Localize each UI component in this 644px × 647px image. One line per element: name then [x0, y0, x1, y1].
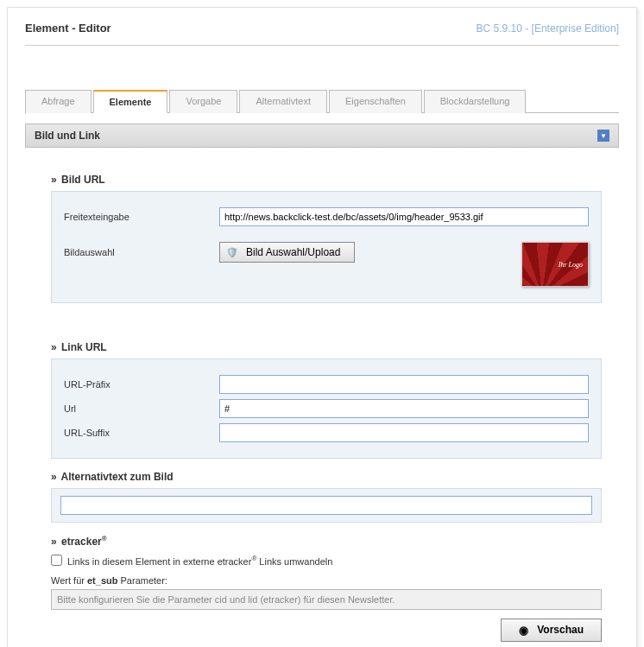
- preview-button[interactable]: ◉ Vorschau: [501, 618, 602, 642]
- page-title: Element - Editor: [25, 22, 111, 35]
- bild-auswahl-button[interactable]: 🛡️ Bild Auswahl/Upload: [219, 242, 355, 263]
- image-thumbnail[interactable]: Ihr Logo: [521, 242, 589, 287]
- tab-blockdarstellung[interactable]: Blockdarstellung: [424, 90, 527, 113]
- url-label: Url: [64, 403, 219, 414]
- etsub-param-input: [51, 589, 602, 610]
- section-title: Bild und Link: [35, 130, 100, 142]
- etracker-heading: » etracker®: [51, 535, 602, 548]
- link-url-block: URL-Präfix Url URL-Suffix: [51, 358, 602, 459]
- url-input[interactable]: [219, 399, 589, 418]
- tab-eigenschaften[interactable]: Eigenschaften: [329, 90, 422, 113]
- url-suffix-label: URL-Suffix: [64, 428, 219, 438]
- etracker-checkbox-label: Links in diesem Element in externe etrac…: [67, 555, 332, 567]
- eye-icon: ◉: [519, 624, 528, 637]
- header: Element - Editor BC 5.9.10 - [Enterprise…: [25, 22, 619, 46]
- url-suffix-input[interactable]: [219, 423, 589, 442]
- freitext-label: Freitexteingabe: [64, 212, 219, 222]
- shield-icon: 🛡️: [225, 245, 239, 259]
- tab-elemente[interactable]: Elemente: [93, 90, 168, 113]
- section-header: Bild und Link ▼: [25, 124, 619, 148]
- etracker-checkbox[interactable]: [51, 555, 62, 566]
- version-label: BC 5.9.10 - [Enterprise Edition]: [477, 22, 619, 35]
- bildauswahl-label: Bildauswahl: [64, 247, 219, 257]
- url-prefix-input[interactable]: [219, 375, 589, 394]
- alttext-input[interactable]: [60, 496, 592, 515]
- alttext-heading: » Alternativtext zum Bild: [51, 471, 602, 483]
- tab-alternativtext[interactable]: Alternativtext: [239, 90, 327, 113]
- freitext-input[interactable]: [219, 207, 589, 226]
- bild-url-block: Freitexteingabe Bildauswahl 🛡️ Bild Ausw…: [51, 191, 602, 303]
- link-url-heading: » Link URL: [51, 341, 602, 353]
- alttext-block: [51, 488, 602, 523]
- etsub-param-label: Wert für et_sub Parameter:: [51, 575, 602, 586]
- tab-vorgabe[interactable]: Vorgabe: [169, 90, 237, 113]
- tab-abfrage[interactable]: Abfrage: [25, 90, 92, 113]
- bild-url-heading: » Bild URL: [51, 174, 602, 186]
- editor-panel: Element - Editor BC 5.9.10 - [Enterprise…: [7, 7, 637, 647]
- tab-bar: Abfrage Elemente Vorgabe Alternativtext …: [25, 89, 619, 113]
- section-content: » Bild URL Freitexteingabe Bildauswahl 🛡…: [25, 148, 619, 647]
- url-prefix-label: URL-Präfix: [64, 379, 219, 390]
- collapse-icon[interactable]: ▼: [597, 130, 609, 142]
